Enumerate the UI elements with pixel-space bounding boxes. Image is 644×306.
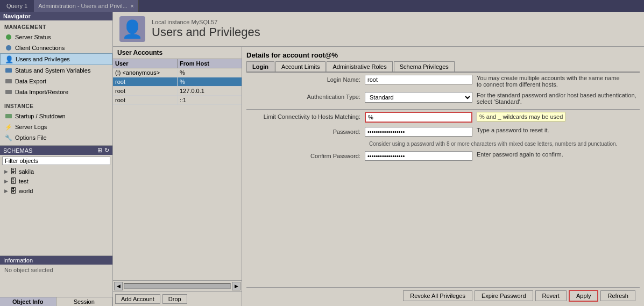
management-section: MANAGEMENT Server Status Client Connecti… bbox=[0, 20, 112, 99]
options-file-icon: 🔧 bbox=[4, 133, 13, 142]
tab-schema-privileges[interactable]: Schema Privileges bbox=[394, 61, 455, 72]
nav-status-system[interactable]: Status and System Variables bbox=[0, 65, 112, 76]
revoke-all-btn[interactable]: Revoke All Privileges bbox=[403, 290, 472, 301]
nav-users-privileges[interactable]: 👤 Users and Privileges bbox=[0, 53, 112, 65]
table-scroll-bar: ◀ ▶ bbox=[113, 280, 242, 291]
schema-arrow-icon: ▶ bbox=[4, 169, 8, 174]
query-tab[interactable]: Query 1 bbox=[0, 3, 34, 9]
status-vars-icon bbox=[4, 66, 13, 75]
login-name-hint: You may create multiple accounts with th… bbox=[477, 75, 620, 88]
user-cell: root bbox=[113, 77, 178, 86]
login-name-input[interactable] bbox=[365, 75, 472, 84]
details-title: Details for account root@% bbox=[246, 49, 640, 61]
expire-password-btn[interactable]: Expire Password bbox=[475, 290, 533, 301]
host-column-header[interactable]: From Host bbox=[178, 59, 242, 68]
schemas-section: SCHEMAS ⊞ ↻ ▶ 🗄 sakila ▶ bbox=[0, 145, 112, 255]
limit-conn-label: Limit Connectivity to Hosts Matching: bbox=[246, 112, 365, 120]
scroll-track[interactable] bbox=[124, 283, 231, 289]
table-row[interactable]: root ::1 bbox=[113, 96, 242, 105]
password-note: Consider using a password with 8 or more… bbox=[369, 141, 617, 147]
details-panel: Details for account root@% Login Account… bbox=[242, 47, 644, 306]
schemas-icons: ⊞ ↻ bbox=[97, 147, 109, 154]
password-row: Password: Type a password to reset it. bbox=[246, 127, 640, 137]
schema-item-world[interactable]: ▶ 🗄 world bbox=[0, 186, 112, 196]
host-cell: ::1 bbox=[178, 96, 242, 104]
user-cell: root bbox=[113, 87, 178, 95]
object-info-tab[interactable]: Object Info bbox=[0, 297, 56, 306]
refresh-btn[interactable]: Refresh bbox=[600, 290, 635, 301]
navigator-panel: Navigator MANAGEMENT Server Status Clien… bbox=[0, 12, 113, 306]
instance-header: INSTANCE bbox=[0, 102, 112, 111]
session-tab[interactable]: Session bbox=[56, 297, 113, 306]
admin-tab-inactive[interactable]: Administration - Users and Privil... × bbox=[34, 0, 139, 12]
apply-btn[interactable]: Apply bbox=[569, 290, 599, 302]
tab-admin-roles[interactable]: Administrative Roles bbox=[327, 61, 392, 72]
schema-item-test[interactable]: ▶ 🗄 test bbox=[0, 176, 112, 186]
schema-filter-input[interactable] bbox=[2, 156, 110, 165]
user-cell: root bbox=[113, 96, 178, 104]
user-column-header[interactable]: User bbox=[113, 59, 178, 68]
refresh-schemas-icon[interactable]: ↻ bbox=[104, 147, 109, 154]
password-label: Password: bbox=[246, 127, 365, 135]
nav-options-file[interactable]: 🔧 Options File bbox=[0, 132, 112, 143]
nav-data-import[interactable]: Data Import/Restore bbox=[0, 87, 112, 97]
schemas-header: SCHEMAS ⊞ ↻ bbox=[0, 146, 112, 155]
nav-data-export[interactable]: Data Export bbox=[0, 76, 112, 87]
host-cell: % bbox=[178, 77, 242, 86]
instance-label: Local instance MySQL57 bbox=[152, 19, 260, 25]
limit-conn-row: Limit Connectivity to Hosts Matching: % … bbox=[246, 112, 640, 123]
revert-btn[interactable]: Revert bbox=[535, 290, 567, 301]
drop-button[interactable]: Drop bbox=[162, 294, 187, 304]
nav-server-status[interactable]: Server Status bbox=[0, 32, 112, 42]
form-divider bbox=[246, 109, 640, 110]
confirm-password-input[interactable] bbox=[365, 151, 472, 161]
account-buttons: Add Account Drop bbox=[113, 291, 242, 306]
tab-close-icon[interactable]: × bbox=[131, 3, 134, 9]
detail-tabs-bar: Login Account Limits Administrative Role… bbox=[246, 61, 640, 73]
bottom-action-bar: Revoke All Privileges Expire Password Re… bbox=[246, 287, 640, 304]
schema-item-sakila[interactable]: ▶ 🗄 sakila bbox=[0, 167, 112, 176]
startup-icon bbox=[4, 112, 13, 120]
login-name-label: Login Name: bbox=[246, 75, 365, 83]
nav-startup-shutdown[interactable]: Startup / Shutdown bbox=[0, 111, 112, 122]
password-input[interactable] bbox=[365, 127, 472, 137]
nav-client-connections[interactable]: Client Connections bbox=[0, 42, 112, 53]
users-area: User Accounts User From Host (!) <anonym… bbox=[113, 47, 644, 306]
confirm-password-row: Confirm Password: Enter password again t… bbox=[246, 151, 640, 161]
schema-list: ▶ 🗄 sakila ▶ 🗄 test ▶ 🗄 world bbox=[0, 167, 112, 255]
user-accounts-title: User Accounts bbox=[113, 47, 242, 59]
auth-type-hint: For the standard password and/or host ba… bbox=[477, 92, 636, 105]
add-account-button[interactable]: Add Account bbox=[115, 294, 160, 304]
auth-type-row: Authentication Type: Standard For the st… bbox=[246, 92, 640, 105]
nav-server-logs[interactable]: ⚡ Server Logs bbox=[0, 122, 112, 132]
schema-arrow-icon: ▶ bbox=[4, 179, 8, 184]
tab-account-limits[interactable]: Account Limits bbox=[275, 61, 326, 72]
data-export-icon bbox=[4, 77, 13, 86]
table-row[interactable]: (!) <anonymous> % bbox=[113, 68, 242, 77]
scroll-right-btn[interactable]: ▶ bbox=[232, 282, 240, 290]
table-row[interactable]: root % bbox=[113, 77, 242, 87]
auth-type-select[interactable]: Standard bbox=[365, 92, 472, 103]
data-import-icon bbox=[4, 88, 13, 96]
content-header: 👤 Local instance MySQL57 Users and Privi… bbox=[113, 12, 644, 47]
scroll-left-btn[interactable]: ◀ bbox=[114, 282, 123, 290]
information-section: Information No object selected bbox=[0, 255, 112, 297]
instance-section: INSTANCE Startup / Shutdown ⚡ Server Log… bbox=[0, 99, 112, 145]
information-title: Information bbox=[0, 256, 112, 265]
filter-box bbox=[0, 155, 112, 167]
limit-conn-input[interactable] bbox=[365, 112, 472, 123]
password-hint: Type a password to reset it. bbox=[477, 127, 549, 133]
user-accounts-panel: User Accounts User From Host (!) <anonym… bbox=[113, 47, 242, 306]
expand-icon[interactable]: ⊞ bbox=[97, 147, 102, 154]
navigator-title: Navigator bbox=[0, 12, 112, 20]
schema-arrow-icon: ▶ bbox=[4, 188, 8, 194]
client-conn-icon bbox=[4, 44, 13, 52]
users-icon: 👤 bbox=[5, 55, 13, 63]
bottom-tabs: Object Info Session bbox=[0, 297, 112, 306]
tab-login[interactable]: Login bbox=[246, 61, 274, 72]
table-row[interactable]: root 127.0.0.1 bbox=[113, 87, 242, 96]
password-note-row: Consider using a password with 8 or more… bbox=[246, 141, 640, 147]
content-area: 👤 Local instance MySQL57 Users and Privi… bbox=[113, 12, 644, 306]
auth-type-label: Authentication Type: bbox=[246, 92, 365, 100]
user-table: (!) <anonymous> % root % root 127.0.0.1 bbox=[113, 68, 242, 280]
